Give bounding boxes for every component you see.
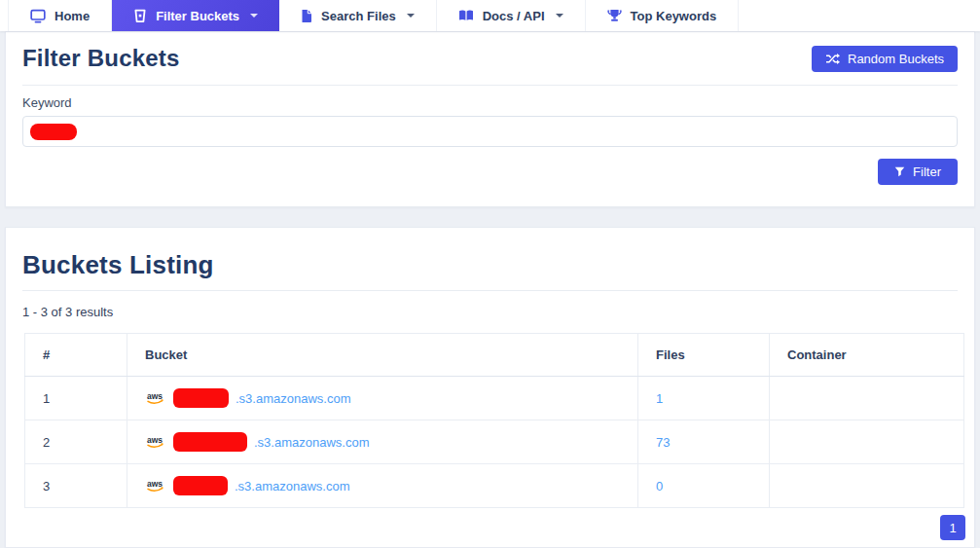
col-header-container: Container [770,334,964,377]
container-cell [770,377,964,420]
svg-text:aws: aws [147,391,163,401]
keyword-input[interactable] [23,117,957,146]
bucket-link[interactable]: .s3.amazonaws.com [236,391,351,406]
pagination: 1 [24,515,965,540]
buckets-table-wrap: # Bucket Files Container 1 a [24,333,963,508]
bucket-link[interactable]: .s3.amazonaws.com [235,479,350,493]
top-navbar: Home Filter Buckets Search Files [0,0,980,31]
nav-tab-docs-api[interactable]: Docs / API [437,0,586,31]
container-cell [770,464,964,508]
row-index: 2 [25,420,127,464]
files-count-link[interactable]: 1 [656,391,663,406]
file-icon [301,9,312,23]
chevron-down-icon [250,14,258,18]
keyword-label: Keyword [22,95,958,110]
bucket-icon [133,9,147,23]
col-header-bucket: Bucket [127,334,638,377]
row-index: 3 [25,464,127,508]
bucket-name-redaction [173,432,247,452]
nav-tab-filter-buckets[interactable]: Filter Buckets [112,0,279,31]
table-row: 2 aws [25,420,964,464]
random-buckets-button[interactable]: Random Buckets [812,46,958,72]
keyword-input-wrap [22,116,958,147]
bucket-link[interactable]: .s3.amazonaws.com [254,435,370,450]
random-buckets-label: Random Buckets [848,52,944,66]
bucket-cell: aws .s3.amazonaws.com [145,476,620,495]
filter-buckets-panel: Filter Buckets Random Buckets Keyword [5,31,975,207]
monitor-icon [30,9,46,23]
page-title: Filter Buckets [22,45,180,72]
table-row: 1 aws [25,377,964,420]
divider [22,85,958,86]
bucket-name-redaction [173,476,228,495]
bucket-cell: aws .s3.amazonaws.com [145,432,620,452]
aws-logo-icon: aws [145,434,166,450]
aws-logo-icon: aws [145,478,166,493]
funnel-icon [894,166,905,177]
nav-tab-label: Docs / API [483,9,545,23]
chevron-down-icon [407,14,415,18]
divider [22,290,958,291]
chevron-down-icon [556,14,563,18]
results-summary: 1 - 3 of 3 results [22,305,958,319]
shuffle-icon [825,53,840,65]
bucket-cell: aws .s3.amazonaws.com [145,388,620,408]
svg-text:aws: aws [147,435,163,445]
row-index: 1 [25,377,127,420]
listing-title: Buckets Listing [22,249,958,280]
filter-button[interactable]: Filter [878,159,958,185]
nav-tab-search-files[interactable]: Search Files [279,0,437,31]
buckets-table: # Bucket Files Container 1 a [24,333,964,508]
filter-button-label: Filter [913,164,941,179]
aws-logo-icon: aws [145,390,166,406]
book-icon [458,9,474,22]
nav-tab-top-keywords[interactable]: Top Keywords [586,0,740,31]
container-cell [770,420,964,464]
trophy-icon [607,9,622,22]
page: Home Filter Buckets Search Files [0,0,980,548]
nav-tab-label: Home [54,9,90,23]
table-row: 3 aws [25,464,964,508]
table-header-row: # Bucket Files Container [25,334,964,377]
col-header-files: Files [638,334,770,377]
keyword-redaction [30,124,77,140]
nav-tab-label: Search Files [321,9,396,23]
nav-tab-label: Filter Buckets [156,9,239,23]
bucket-name-redaction [173,388,229,408]
nav-tab-home[interactable]: Home [8,0,112,31]
buckets-listing-panel: Buckets Listing 1 - 3 of 3 results # Buc… [5,227,975,548]
col-header-index: # [25,334,127,377]
nav-tab-label: Top Keywords [631,9,717,23]
files-count-link[interactable]: 73 [656,435,670,450]
svg-text:aws: aws [147,479,163,489]
files-count-link[interactable]: 0 [656,479,663,493]
pagination-page-1-button[interactable]: 1 [940,515,965,540]
